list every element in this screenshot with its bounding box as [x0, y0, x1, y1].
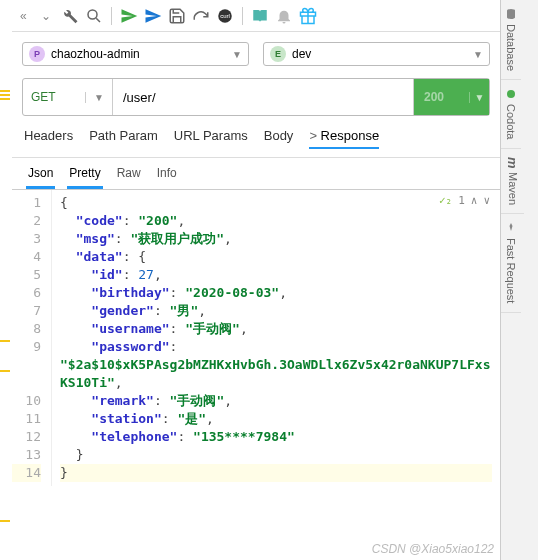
url-input[interactable] [113, 79, 413, 115]
warn-count: 1 [458, 194, 465, 207]
redo-icon[interactable] [192, 7, 210, 25]
search-icon[interactable] [85, 7, 103, 25]
selectors-row: P chaozhou-admin ▼ E dev ▼ [12, 32, 500, 76]
sidebar-fast-request[interactable]: Fast Request [501, 214, 521, 312]
env-selector[interactable]: E dev ▼ [263, 42, 490, 66]
toolbar: « ⌄ curl [12, 0, 500, 32]
book-icon[interactable] [251, 7, 269, 25]
project-selector[interactable]: P chaozhou-admin ▼ [22, 42, 249, 66]
line-gutter: 1234567891011121314 [12, 190, 52, 486]
svg-point-0 [88, 10, 97, 19]
svg-text:curl: curl [220, 13, 230, 19]
gift-icon[interactable] [299, 7, 317, 25]
maven-icon: m [505, 157, 520, 169]
chevron-down-icon: ▼ [469, 92, 489, 103]
tab-response[interactable]: Response [309, 128, 379, 149]
sidebar-label: Fast Request [505, 238, 517, 303]
left-margin [0, 0, 12, 560]
database-icon [505, 8, 517, 20]
send-alt-icon[interactable] [144, 7, 162, 25]
check-icon: ✓₂ [439, 194, 452, 207]
tab-path-param[interactable]: Path Param [89, 128, 158, 149]
sidebar-maven[interactable]: mMaven [501, 149, 524, 215]
back-chevron[interactable]: « [16, 9, 31, 23]
response-editor[interactable]: ✓₂ 1 ∧ ∨ 1234567891011121314 { "code": "… [12, 189, 500, 486]
sub-tab-info[interactable]: Info [155, 162, 179, 189]
tab-url-params[interactable]: URL Params [174, 128, 248, 149]
expand-chevron[interactable]: ⌄ [37, 9, 55, 23]
status-code: 200 [414, 90, 469, 104]
right-sidebar: Database Codota mMaven Fast Request [500, 0, 538, 560]
project-badge-icon: P [29, 46, 45, 62]
request-row: GET ▼ 200 ▼ [22, 78, 490, 116]
up-icon[interactable]: ∧ [471, 194, 478, 207]
env-value: dev [292, 47, 311, 61]
editor-header: ✓₂ 1 ∧ ∨ [439, 194, 490, 207]
send-icon[interactable] [120, 7, 138, 25]
chevron-down-icon: ▼ [232, 49, 242, 60]
rocket-icon [505, 222, 517, 234]
wrench-icon[interactable] [61, 7, 79, 25]
sub-tabs: Json Pretty Raw Info [12, 157, 500, 189]
down-icon[interactable]: ∨ [483, 194, 490, 207]
codota-icon [505, 88, 517, 100]
sidebar-label: Maven [507, 172, 519, 205]
tabs-row: Headers Path Param URL Params Body Respo… [12, 124, 500, 157]
sub-tab-pretty[interactable]: Pretty [67, 162, 102, 189]
svg-point-4 [507, 90, 515, 98]
env-badge-icon: E [270, 46, 286, 62]
sidebar-database[interactable]: Database [501, 0, 521, 80]
curl-icon[interactable]: curl [216, 7, 234, 25]
method-label: GET [31, 90, 56, 104]
chevron-down-icon: ▼ [473, 49, 483, 60]
sidebar-codota[interactable]: Codota [501, 80, 521, 148]
save-icon[interactable] [168, 7, 186, 25]
chevron-down-icon: ▼ [85, 92, 104, 103]
http-method-selector[interactable]: GET ▼ [23, 79, 113, 115]
sidebar-label: Codota [505, 104, 517, 139]
sidebar-label: Database [505, 24, 517, 71]
tab-body[interactable]: Body [264, 128, 294, 149]
sub-tab-json[interactable]: Json [26, 162, 55, 189]
project-value: chaozhou-admin [51, 47, 140, 61]
sub-tab-raw[interactable]: Raw [115, 162, 143, 189]
tab-headers[interactable]: Headers [24, 128, 73, 149]
code-body[interactable]: { "code": "200", "msg": "获取用户成功", "data"… [52, 190, 500, 486]
watermark: CSDN @Xiao5xiao122 [372, 542, 494, 556]
bell-icon[interactable] [275, 7, 293, 25]
status-box[interactable]: 200 ▼ [413, 79, 489, 115]
